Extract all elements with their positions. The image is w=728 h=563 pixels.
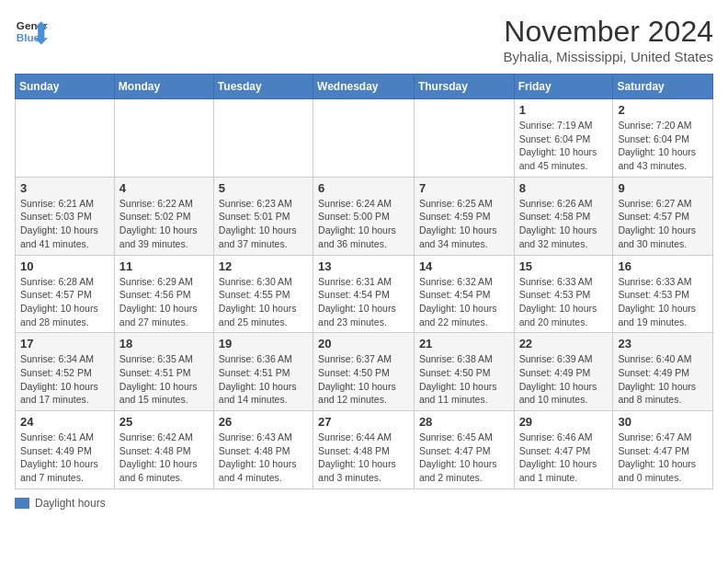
footer: Daylight hours [15, 497, 713, 510]
calendar-cell: 19Sunrise: 6:36 AM Sunset: 4:51 PM Dayli… [213, 333, 313, 411]
calendar-cell: 17Sunrise: 6:34 AM Sunset: 4:52 PM Dayli… [16, 333, 115, 411]
day-info: Sunrise: 6:22 AM Sunset: 5:02 PM Dayligh… [119, 197, 209, 251]
calendar-cell: 29Sunrise: 6:46 AM Sunset: 4:47 PM Dayli… [514, 411, 613, 489]
day-info: Sunrise: 6:24 AM Sunset: 5:00 PM Dayligh… [318, 197, 409, 251]
calendar-cell: 28Sunrise: 6:45 AM Sunset: 4:47 PM Dayli… [414, 411, 514, 489]
calendar-cell: 2Sunrise: 7:20 AM Sunset: 6:04 PM Daylig… [613, 99, 713, 178]
day-info: Sunrise: 6:27 AM Sunset: 4:57 PM Dayligh… [618, 197, 708, 251]
weekday-header-row: SundayMondayTuesdayWednesdayThursdayFrid… [16, 75, 713, 99]
day-number: 13 [318, 259, 409, 273]
weekday-header-cell: Wednesday [313, 75, 415, 99]
day-info: Sunrise: 6:45 AM Sunset: 4:47 PM Dayligh… [419, 431, 509, 485]
day-info: Sunrise: 6:29 AM Sunset: 4:56 PM Dayligh… [119, 275, 209, 329]
day-number: 19 [219, 337, 308, 350]
calendar-cell: 13Sunrise: 6:31 AM Sunset: 4:54 PM Dayli… [313, 255, 415, 333]
calendar-week-row: 17Sunrise: 6:34 AM Sunset: 4:52 PM Dayli… [16, 333, 713, 411]
day-number: 1 [519, 103, 609, 117]
day-info: Sunrise: 6:40 AM Sunset: 4:49 PM Dayligh… [618, 352, 708, 407]
location-title: Byhalia, Mississippi, United States [504, 49, 713, 64]
calendar-cell: 26Sunrise: 6:43 AM Sunset: 4:48 PM Dayli… [213, 411, 313, 489]
header: General Blue November 2024 Byhalia, Miss… [15, 15, 713, 64]
calendar-body: 1Sunrise: 7:19 AM Sunset: 6:04 PM Daylig… [16, 99, 713, 489]
day-info: Sunrise: 6:43 AM Sunset: 4:48 PM Dayligh… [219, 431, 308, 485]
day-number: 21 [419, 337, 509, 350]
day-number: 14 [419, 259, 509, 273]
day-number: 15 [519, 259, 609, 273]
weekday-header-cell: Friday [514, 75, 613, 99]
weekday-header-cell: Sunday [16, 75, 115, 99]
day-number: 29 [519, 415, 609, 429]
day-number: 11 [119, 259, 209, 273]
calendar-week-row: 1Sunrise: 7:19 AM Sunset: 6:04 PM Daylig… [16, 99, 713, 178]
day-info: Sunrise: 6:25 AM Sunset: 4:59 PM Dayligh… [419, 197, 509, 251]
calendar-table: SundayMondayTuesdayWednesdayThursdayFrid… [15, 74, 713, 489]
calendar-cell: 4Sunrise: 6:22 AM Sunset: 5:02 PM Daylig… [114, 177, 213, 255]
day-number: 3 [20, 181, 109, 195]
weekday-header-cell: Monday [114, 75, 213, 99]
day-info: Sunrise: 6:39 AM Sunset: 4:49 PM Dayligh… [519, 352, 609, 407]
day-number: 22 [519, 337, 609, 350]
svg-text:Blue: Blue [17, 31, 40, 43]
day-number: 25 [119, 415, 209, 429]
calendar-cell: 18Sunrise: 6:35 AM Sunset: 4:51 PM Dayli… [114, 333, 213, 411]
day-number: 26 [219, 415, 308, 429]
calendar-cell: 30Sunrise: 6:47 AM Sunset: 4:47 PM Dayli… [613, 411, 713, 489]
daylight-bar-icon [15, 498, 29, 509]
day-info: Sunrise: 6:26 AM Sunset: 4:58 PM Dayligh… [519, 197, 609, 251]
day-info: Sunrise: 6:47 AM Sunset: 4:47 PM Dayligh… [618, 431, 708, 485]
calendar-cell: 15Sunrise: 6:33 AM Sunset: 4:53 PM Dayli… [514, 255, 613, 333]
logo-icon: General Blue [15, 15, 48, 48]
day-info: Sunrise: 6:30 AM Sunset: 4:55 PM Dayligh… [219, 275, 308, 329]
day-number: 12 [219, 259, 308, 273]
day-info: Sunrise: 6:36 AM Sunset: 4:51 PM Dayligh… [219, 352, 308, 407]
day-number: 7 [419, 181, 509, 195]
day-info: Sunrise: 6:23 AM Sunset: 5:01 PM Dayligh… [219, 197, 308, 251]
calendar-cell [414, 99, 514, 178]
calendar-cell: 10Sunrise: 6:28 AM Sunset: 4:57 PM Dayli… [16, 255, 115, 333]
calendar-cell: 6Sunrise: 6:24 AM Sunset: 5:00 PM Daylig… [313, 177, 415, 255]
day-number: 17 [20, 337, 109, 350]
calendar-cell: 27Sunrise: 6:44 AM Sunset: 4:48 PM Dayli… [313, 411, 415, 489]
calendar-cell [213, 99, 313, 178]
day-number: 8 [519, 181, 609, 195]
day-number: 24 [20, 415, 109, 429]
calendar-cell: 20Sunrise: 6:37 AM Sunset: 4:50 PM Dayli… [313, 333, 415, 411]
calendar-cell: 3Sunrise: 6:21 AM Sunset: 5:03 PM Daylig… [16, 177, 115, 255]
day-info: Sunrise: 6:32 AM Sunset: 4:54 PM Dayligh… [419, 275, 509, 329]
day-info: Sunrise: 6:38 AM Sunset: 4:50 PM Dayligh… [419, 352, 509, 407]
day-number: 20 [318, 337, 409, 350]
day-number: 10 [20, 259, 109, 273]
calendar-cell: 7Sunrise: 6:25 AM Sunset: 4:59 PM Daylig… [414, 177, 514, 255]
calendar-cell [16, 99, 115, 178]
calendar-cell [114, 99, 213, 178]
weekday-header-cell: Saturday [613, 75, 713, 99]
day-number: 6 [318, 181, 409, 195]
day-info: Sunrise: 6:33 AM Sunset: 4:53 PM Dayligh… [519, 275, 609, 329]
calendar-cell: 23Sunrise: 6:40 AM Sunset: 4:49 PM Dayli… [613, 333, 713, 411]
day-info: Sunrise: 6:44 AM Sunset: 4:48 PM Dayligh… [318, 431, 409, 485]
weekday-header-cell: Tuesday [213, 75, 313, 99]
day-number: 5 [219, 181, 308, 195]
day-info: Sunrise: 6:35 AM Sunset: 4:51 PM Dayligh… [119, 352, 209, 407]
calendar-cell: 21Sunrise: 6:38 AM Sunset: 4:50 PM Dayli… [414, 333, 514, 411]
daylight-legend-label: Daylight hours [35, 497, 106, 510]
weekday-header-cell: Thursday [414, 75, 514, 99]
calendar-cell: 24Sunrise: 6:41 AM Sunset: 4:49 PM Dayli… [16, 411, 115, 489]
day-number: 23 [618, 337, 708, 350]
calendar-cell: 8Sunrise: 6:26 AM Sunset: 4:58 PM Daylig… [514, 177, 613, 255]
day-info: Sunrise: 7:19 AM Sunset: 6:04 PM Dayligh… [519, 119, 609, 173]
day-number: 9 [618, 181, 708, 195]
day-number: 18 [119, 337, 209, 350]
calendar-week-row: 24Sunrise: 6:41 AM Sunset: 4:49 PM Dayli… [16, 411, 713, 489]
calendar-cell: 11Sunrise: 6:29 AM Sunset: 4:56 PM Dayli… [114, 255, 213, 333]
calendar-cell: 25Sunrise: 6:42 AM Sunset: 4:48 PM Dayli… [114, 411, 213, 489]
day-info: Sunrise: 6:42 AM Sunset: 4:48 PM Dayligh… [119, 431, 209, 485]
day-number: 27 [318, 415, 409, 429]
day-info: Sunrise: 6:41 AM Sunset: 4:49 PM Dayligh… [20, 431, 109, 485]
day-info: Sunrise: 6:34 AM Sunset: 4:52 PM Dayligh… [20, 352, 109, 407]
day-number: 16 [618, 259, 708, 273]
logo: General Blue [15, 15, 48, 48]
calendar-week-row: 10Sunrise: 6:28 AM Sunset: 4:57 PM Dayli… [16, 255, 713, 333]
calendar-cell: 14Sunrise: 6:32 AM Sunset: 4:54 PM Dayli… [414, 255, 514, 333]
day-info: Sunrise: 6:37 AM Sunset: 4:50 PM Dayligh… [318, 352, 409, 407]
